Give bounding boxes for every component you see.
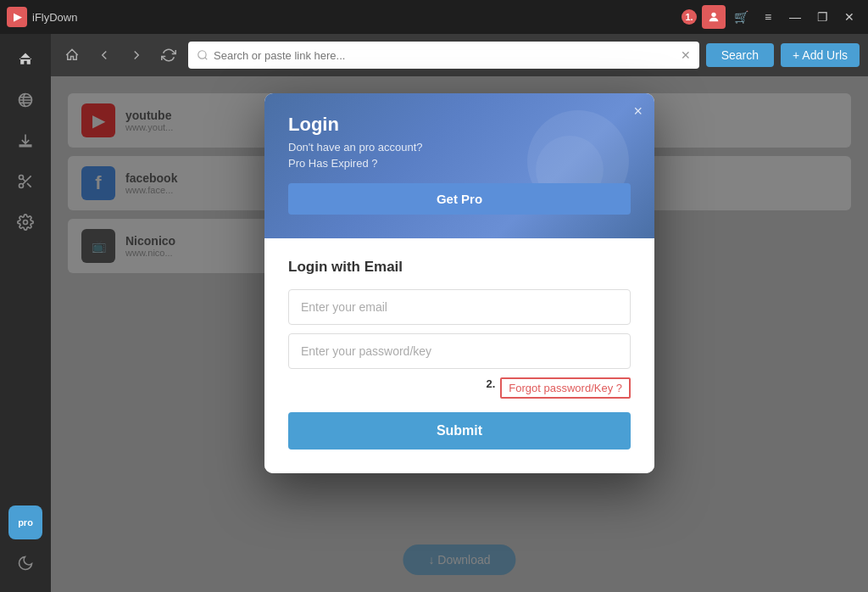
modal-expired: Pro Has Expired ? — [288, 157, 631, 170]
minimize-button[interactable]: — — [783, 5, 807, 29]
sidebar-item-home[interactable] — [8, 42, 42, 76]
password-input[interactable] — [288, 333, 631, 369]
main-layout: pro ✕ Search + Add — [0, 34, 868, 592]
home-nav-button[interactable] — [59, 42, 85, 68]
forgot-row: 2. Forgot password/Key ? — [288, 377, 631, 399]
app-title: iFlyDown — [32, 11, 77, 24]
forward-button[interactable] — [124, 42, 149, 68]
get-pro-button[interactable]: Get Pro — [288, 183, 631, 215]
refresh-button[interactable] — [156, 42, 181, 68]
email-input[interactable] — [288, 289, 631, 325]
modal-subtitle: Don't have an pro account? — [288, 141, 631, 154]
modal-title: Login — [288, 114, 631, 136]
title-bar: ▶ iFlyDown 1. 🛒 ≡ — ❐ ✕ — [0, 0, 868, 34]
sidebar-item-darkmode[interactable] — [8, 546, 42, 580]
search-input[interactable] — [214, 49, 676, 62]
sidebar-item-globe[interactable] — [8, 83, 42, 117]
submit-button[interactable]: Submit — [288, 412, 631, 450]
annotation-1: 1. — [682, 9, 697, 25]
back-button[interactable] — [92, 42, 117, 68]
add-urls-button[interactable]: + Add Urls — [781, 43, 860, 67]
search-bar: ✕ — [188, 42, 699, 69]
title-bar-left: ▶ iFlyDown — [7, 7, 77, 27]
svg-point-3 — [19, 184, 24, 188]
search-button[interactable]: Search — [706, 43, 774, 67]
content-area: ✕ Search + Add Urls ▶ youtube www.yout..… — [51, 34, 868, 592]
maximize-button[interactable]: ❐ — [810, 5, 834, 29]
svg-point-0 — [711, 13, 715, 17]
app-logo-icon: ▶ — [7, 7, 27, 27]
sidebar-item-settings[interactable] — [8, 205, 42, 239]
login-section-title: Login with Email — [288, 259, 631, 276]
login-modal: × Login Don't have an pro account? Pro H… — [264, 93, 654, 473]
modal-header: × Login Don't have an pro account? Pro H… — [264, 93, 654, 238]
menu-button[interactable]: ≡ — [756, 5, 780, 29]
close-button[interactable]: ✕ — [837, 5, 861, 29]
svg-point-5 — [198, 51, 206, 59]
search-icon — [197, 49, 209, 61]
modal-close-button[interactable]: × — [633, 103, 643, 119]
modal-overlay: × Login Don't have an pro account? Pro H… — [51, 76, 868, 592]
svg-point-2 — [19, 176, 24, 180]
sidebar: pro — [0, 34, 51, 592]
cart-button[interactable]: 🛒 — [729, 5, 753, 29]
account-button[interactable] — [702, 5, 726, 29]
forgot-password-link[interactable]: Forgot password/Key ? — [500, 377, 631, 399]
title-bar-right: 1. 🛒 ≡ — ❐ ✕ — [682, 5, 861, 29]
annotation-2: 2. — [486, 377, 495, 399]
clear-search-button[interactable]: ✕ — [681, 48, 691, 62]
modal-body: Login with Email 2. Forgot password/Key … — [264, 238, 654, 473]
sidebar-item-download[interactable] — [8, 124, 42, 158]
sidebar-item-pro[interactable]: pro — [8, 505, 42, 539]
toolbar: ✕ Search + Add Urls — [51, 34, 868, 76]
sidebar-item-scissors[interactable] — [8, 165, 42, 198]
svg-point-4 — [24, 221, 28, 225]
